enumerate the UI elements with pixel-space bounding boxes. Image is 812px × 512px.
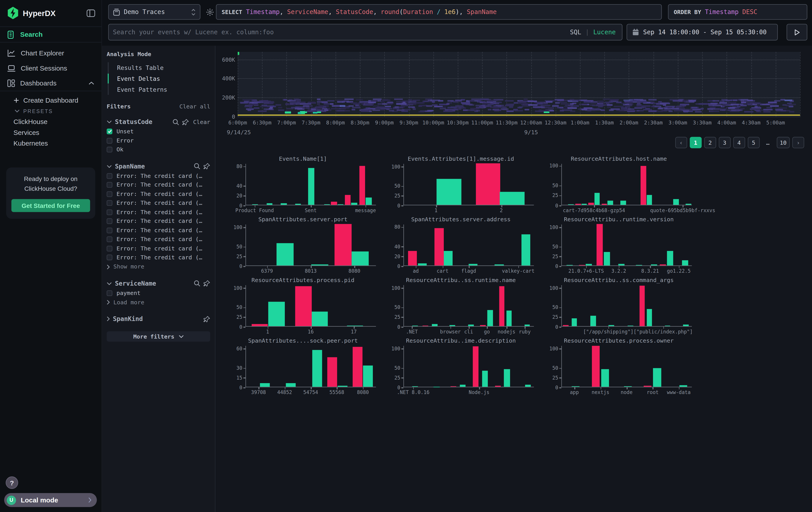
chart-bar[interactable] <box>592 346 600 387</box>
chart-bar[interactable] <box>651 264 657 265</box>
chart-bar[interactable] <box>585 264 592 265</box>
filter-option-error-the-credit-card[interactable]: Error: The credit card (… <box>107 244 210 253</box>
checkbox[interactable] <box>107 246 113 251</box>
filter-search-icon[interactable] <box>172 118 179 125</box>
chart-bar[interactable] <box>597 224 603 265</box>
filter-search-icon[interactable] <box>194 163 200 169</box>
chart-bar[interactable] <box>525 385 531 387</box>
chart-bar[interactable] <box>609 325 614 326</box>
chart-bar[interactable] <box>312 312 328 326</box>
checkbox[interactable] <box>107 182 113 188</box>
chart-bar[interactable] <box>338 385 348 387</box>
chart-bar[interactable] <box>495 265 503 265</box>
filter-search-icon[interactable] <box>194 280 200 287</box>
chart-bar[interactable] <box>460 385 465 387</box>
chart-bar[interactable] <box>602 204 607 205</box>
chart-bar[interactable] <box>682 261 688 266</box>
clear-all-button[interactable]: Clear all <box>179 103 210 110</box>
chart-bar[interactable] <box>331 202 337 205</box>
chart-bar[interactable] <box>281 203 287 205</box>
chart-bar[interactable] <box>267 203 272 205</box>
checkbox[interactable] <box>107 290 113 296</box>
sql-toggle[interactable]: SQL <box>570 28 581 36</box>
chart-bar[interactable] <box>418 263 427 266</box>
chart-bar[interactable] <box>624 386 632 387</box>
chart-plot[interactable] <box>245 164 376 205</box>
filter-option-unset[interactable]: Unset <box>107 127 210 136</box>
chart-bar[interactable] <box>436 179 461 205</box>
chart-bar[interactable] <box>521 234 530 265</box>
search-input[interactable] <box>113 28 570 36</box>
chart-bar[interactable] <box>639 286 645 326</box>
chart-bar[interactable] <box>646 195 652 205</box>
chart-plot[interactable] <box>245 346 376 387</box>
chart-bar[interactable] <box>572 386 579 387</box>
chart-bar[interactable] <box>359 166 365 205</box>
chart-bar[interactable] <box>412 386 418 387</box>
chart-bar[interactable] <box>295 204 301 205</box>
chart-bar[interactable] <box>673 199 679 205</box>
events-heatmap-chart[interactable] <box>238 52 800 117</box>
chart-bar[interactable] <box>660 264 666 265</box>
chart-bar[interactable] <box>444 251 453 266</box>
chart-bar[interactable] <box>679 385 687 387</box>
chart-bar[interactable] <box>506 311 512 326</box>
chart-bar[interactable] <box>563 325 569 326</box>
pagination-page-1[interactable]: 1 <box>690 137 702 148</box>
filter-option-error-the-credit-card[interactable]: Error: The credit card (… <box>107 198 210 208</box>
chart-bar[interactable] <box>277 243 293 265</box>
checkbox[interactable] <box>107 147 113 153</box>
checkbox[interactable] <box>107 255 113 261</box>
chart-bar[interactable] <box>594 193 600 205</box>
filter-option-error-the-credit-card[interactable]: Error: The credit card (… <box>107 226 210 235</box>
analysis-option-event-deltas[interactable]: Event Deltas <box>109 73 210 84</box>
chart-bar[interactable] <box>335 224 351 265</box>
chart-bar[interactable] <box>643 385 651 387</box>
filter-option-error-the-credit-card[interactable]: Error: The credit card (… <box>107 180 210 189</box>
filter-group-header-spankind[interactable]: SpanKind <box>107 314 210 324</box>
chart-plot[interactable] <box>403 285 534 327</box>
filter-group-header-servicename[interactable]: ServiceName <box>107 278 210 289</box>
filter-option-error[interactable]: Error <box>107 136 210 145</box>
checkbox[interactable] <box>107 191 113 197</box>
help-button[interactable]: ? <box>6 476 18 489</box>
chart-bar[interactable] <box>312 350 322 387</box>
chart-bar[interactable] <box>432 324 437 326</box>
filter-option-ok[interactable]: Ok <box>107 145 210 154</box>
chart-bar[interactable] <box>435 228 443 266</box>
chart-plot[interactable] <box>245 285 376 327</box>
chart-bar[interactable] <box>604 252 610 266</box>
chart-bar[interactable] <box>579 265 585 265</box>
filter-option-error-the-credit-card[interactable]: Error: The credit card (… <box>107 208 210 217</box>
chart-bar[interactable] <box>286 383 296 387</box>
sidebar-preset-kubernetes[interactable]: Kubernetes <box>0 138 102 149</box>
chart-bar[interactable] <box>480 325 486 326</box>
checkbox[interactable] <box>107 173 113 179</box>
chart-plot[interactable] <box>561 285 692 327</box>
chart-bar[interactable] <box>408 251 417 266</box>
filter-pin-icon[interactable] <box>203 163 210 169</box>
chart-bar[interactable] <box>499 286 504 326</box>
chart-bar[interactable] <box>338 204 344 205</box>
chart-plot[interactable] <box>403 346 534 387</box>
chart-bar[interactable] <box>469 264 477 266</box>
filter-pin-icon[interactable] <box>182 118 189 125</box>
chart-bar[interactable] <box>352 251 369 266</box>
pagination-prev-button[interactable]: ‹ <box>675 137 687 148</box>
chart-bar[interactable] <box>260 383 270 387</box>
source-settings-button[interactable] <box>203 4 216 20</box>
chart-bar[interactable] <box>468 325 474 326</box>
chart-bar[interactable] <box>482 371 488 387</box>
chart-bar[interactable] <box>601 369 609 387</box>
chart-bar[interactable] <box>568 204 574 205</box>
chart-bar[interactable] <box>252 324 268 326</box>
chart-bar[interactable] <box>588 203 594 205</box>
chart-bar[interactable] <box>641 166 646 205</box>
local-mode-button[interactable]: U Local mode <box>4 493 97 507</box>
analysis-option-event-patterns[interactable]: Event Patterns <box>109 84 210 95</box>
chart-bar[interactable] <box>686 204 691 205</box>
filter-group-header-spanname[interactable]: SpanName <box>107 161 210 171</box>
chart-bar[interactable] <box>353 347 362 387</box>
filter-pin-icon[interactable] <box>203 316 210 322</box>
pagination-page-5[interactable]: 5 <box>748 137 759 148</box>
